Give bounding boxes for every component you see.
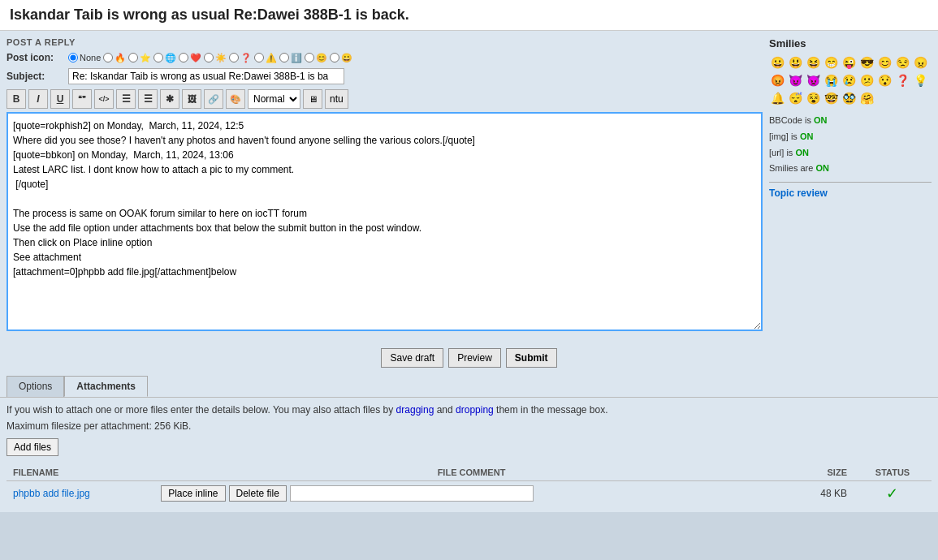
icon-globe-radio[interactable]	[153, 53, 163, 62]
globe-icon: 🌐	[165, 53, 176, 63]
tab-attachments[interactable]: Attachments	[64, 376, 148, 397]
smiley-24[interactable]: 🤗	[858, 90, 875, 106]
icon-sun-radio[interactable]	[204, 53, 214, 62]
post-icon-row: Post icon: None 🔥 ⭐ 🌐	[6, 52, 763, 63]
add-files-button[interactable]: Add files	[6, 438, 58, 456]
star-icon: ⭐	[140, 53, 151, 63]
place-inline-button[interactable]: Place inline	[161, 485, 225, 502]
smiley-10[interactable]: 😡	[769, 72, 785, 88]
main-container: POST A REPLY Post icon: None 🔥 ⭐	[0, 31, 938, 340]
icon-none[interactable]: None	[68, 53, 101, 62]
preview-button[interactable]: Preview	[448, 348, 501, 368]
save-draft-button[interactable]: Save draft	[381, 348, 443, 368]
smiley-16[interactable]: 😯	[876, 72, 893, 88]
icon-star-radio[interactable]	[128, 53, 138, 62]
icon-row: None 🔥 ⭐ 🌐 ❤️	[68, 53, 352, 63]
quote-button[interactable]: ❝❞	[72, 89, 92, 109]
file-size-cell: 48 KB	[789, 481, 854, 506]
topic-review-link[interactable]: Topic review	[769, 187, 932, 199]
smiley-23[interactable]: 🥸	[841, 90, 857, 106]
attach-info: If you wish to attach one or more files …	[6, 404, 932, 416]
icon-warning[interactable]: ⚠️	[254, 53, 277, 63]
smiley-14[interactable]: 😢	[841, 72, 857, 88]
page-title: Iskandar Taib is wrong as usual Re:Dawei…	[0, 0, 938, 31]
files-table: FILENAME FILE COMMENT SIZE STATUS phpbb …	[6, 464, 932, 506]
smiley-3[interactable]: 😆	[805, 54, 821, 71]
smiley-11[interactable]: 😈	[787, 72, 803, 88]
italic-button[interactable]: I	[28, 89, 48, 109]
smiley-21[interactable]: 😵	[805, 90, 821, 106]
bbcode-on: ON	[814, 115, 828, 125]
warning-icon: ⚠️	[266, 53, 277, 63]
icon-heart-radio[interactable]	[179, 53, 188, 62]
subject-row: Subject:	[6, 68, 763, 84]
smilies-grid: 😀 😃 😆 😁 😜 😎 😊 😒 😠 😡 😈 👿 😭 😢 😕 😯 ❓ 💡 🔔 😴 …	[769, 54, 932, 106]
file-status-cell: ✓	[854, 481, 932, 506]
question-icon: ❓	[240, 53, 252, 63]
info-icon: ℹ️	[291, 53, 302, 63]
icon-info-radio[interactable]	[279, 53, 289, 62]
smiley-4[interactable]: 😁	[823, 54, 839, 71]
bold-button[interactable]: B	[6, 89, 26, 109]
icon-fire-radio[interactable]	[103, 53, 113, 62]
icon-warning-radio[interactable]	[254, 53, 264, 62]
col-status: STATUS	[854, 464, 932, 481]
smilies-on: ON	[815, 163, 829, 173]
bbcode-status: BBCode is ON	[769, 113, 932, 129]
smiley-7[interactable]: 😊	[876, 54, 893, 71]
tabs-container: Options Attachments	[0, 376, 938, 397]
special-button[interactable]: ✱	[160, 89, 179, 109]
file-actions-cell: Place inline Delete file	[154, 481, 789, 506]
smiley-9[interactable]: 😠	[912, 54, 928, 71]
icon-globe[interactable]: 🌐	[153, 53, 176, 63]
smilies-status: Smilies are ON	[769, 161, 932, 177]
icon-info[interactable]: ℹ️	[279, 53, 302, 63]
icon-none-radio[interactable]	[68, 53, 78, 62]
smiley-15[interactable]: 😕	[858, 72, 875, 88]
smiley-12[interactable]: 👿	[805, 72, 821, 88]
smiley-2[interactable]: 😃	[787, 54, 803, 71]
icon-happy-radio[interactable]	[330, 53, 339, 62]
smiley-19[interactable]: 🔔	[769, 90, 785, 106]
smiley-8[interactable]: 😒	[894, 54, 910, 71]
underline-button[interactable]: U	[50, 89, 70, 109]
delete-file-button[interactable]: Delete file	[229, 485, 287, 502]
img-status: [img] is ON	[769, 129, 932, 145]
icon-fire[interactable]: 🔥	[103, 53, 126, 63]
smiley-18[interactable]: 💡	[912, 72, 928, 88]
list-ol-button[interactable]: ☰	[138, 89, 158, 109]
submit-button[interactable]: Submit	[506, 348, 557, 368]
font-size-select[interactable]: Normal Tiny Small Large Huge	[248, 89, 300, 109]
file-comment-input[interactable]	[290, 485, 534, 502]
icon-smile[interactable]: 😊	[305, 53, 327, 63]
code-button[interactable]: </>	[94, 89, 114, 109]
smiley-1[interactable]: 😀	[769, 54, 785, 71]
smiley-17[interactable]: ❓	[894, 72, 910, 88]
monitor-button[interactable]: 🖥	[303, 89, 322, 109]
color-button[interactable]: 🎨	[226, 89, 245, 109]
list-ul-button[interactable]: ☰	[116, 89, 136, 109]
image-button[interactable]: 🖼	[182, 89, 201, 109]
file-actions: Place inline Delete file	[161, 485, 782, 502]
smiley-20[interactable]: 😴	[787, 90, 803, 106]
status-ok-icon: ✓	[886, 485, 898, 502]
subject-input[interactable]	[68, 68, 344, 84]
icon-sun[interactable]: ☀️	[204, 53, 227, 63]
icon-star[interactable]: ⭐	[128, 53, 151, 63]
heart-icon: ❤️	[190, 53, 201, 63]
smiley-13[interactable]: 😭	[823, 72, 839, 88]
link-button[interactable]: 🔗	[204, 89, 223, 109]
icon-none-label: None	[80, 53, 101, 62]
smiley-6[interactable]: 😎	[858, 54, 875, 71]
smiley-22[interactable]: 🤓	[823, 90, 839, 106]
ntu-button[interactable]: ntu	[325, 89, 348, 109]
smiley-5[interactable]: 😜	[841, 54, 857, 71]
file-link[interactable]: phpbb add file.jpg	[13, 488, 90, 499]
icon-question[interactable]: ❓	[229, 53, 252, 63]
tab-options[interactable]: Options	[6, 376, 64, 397]
icon-smile-radio[interactable]	[305, 53, 314, 62]
icon-question-radio[interactable]	[229, 53, 239, 62]
icon-happy[interactable]: 😀	[330, 53, 352, 63]
icon-heart[interactable]: ❤️	[179, 53, 201, 63]
post-body-textarea[interactable]: [quote=rokphish2] on Monday, March, 11, …	[6, 112, 763, 331]
